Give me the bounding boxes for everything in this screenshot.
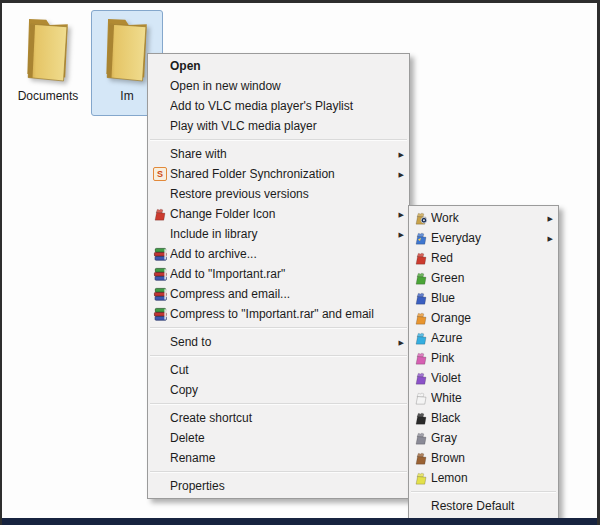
folder-icon (414, 331, 429, 346)
menu-item-label: Pink (431, 351, 553, 365)
folder-item-documents[interactable]: Documents (10, 13, 86, 103)
no-icon (150, 382, 170, 398)
submenu-arrow-icon: ▶ (394, 171, 404, 178)
menu-separator (411, 491, 556, 493)
menu-item-label: Brown (431, 451, 553, 465)
submenu-item-red[interactable]: Red (409, 248, 558, 268)
no-icon (150, 146, 170, 162)
submenu-item-lemon[interactable]: Lemon (409, 468, 558, 488)
winrar-archive-icon (153, 267, 168, 282)
submenu-item-green[interactable]: Green (409, 268, 558, 288)
change-folder-icon-submenu: Work▶Everyday▶RedGreenBlueOrangeAzurePin… (408, 205, 559, 519)
context-menu-item-copy[interactable]: Copy (148, 380, 409, 400)
menu-item-label: Violet (431, 371, 553, 385)
menu-item-label: White (431, 391, 553, 405)
submenu-item-pink[interactable]: Pink (409, 348, 558, 368)
menu-item-label: Compress to "Important.rar" and email (170, 307, 404, 321)
menu-item-label: Share with (170, 147, 394, 161)
menu-item-label: Black (431, 411, 553, 425)
menu-item-label: Everyday (431, 231, 543, 245)
submenu-item-everyday[interactable]: Everyday▶ (409, 228, 558, 248)
explorer-window: Documents Im OpenOpen in new windowAdd t… (0, 0, 600, 525)
context-menu-item-open[interactable]: Open (148, 56, 409, 76)
no-icon (150, 450, 170, 466)
no-icon (150, 58, 170, 74)
no-icon (150, 410, 170, 426)
context-menu-item-restore-previous-versions[interactable]: Restore previous versions (148, 184, 409, 204)
context-menu-item-add-to-vlc-media-player-s-playlist[interactable]: Add to VLC media player's Playlist (148, 96, 409, 116)
folder-label: Documents (10, 89, 86, 103)
sync-icon: S (153, 167, 167, 181)
submenu-item-violet[interactable]: Violet (409, 368, 558, 388)
folder-icon (414, 371, 429, 386)
context-menu-item-change-folder-icon[interactable]: Change Folder Icon▶ (148, 204, 409, 224)
submenu-arrow-icon: ▶ (394, 231, 404, 238)
context-menu: OpenOpen in new windowAdd to VLC media p… (147, 53, 410, 499)
menu-item-label: Restore Default (431, 499, 553, 513)
menu-separator (150, 403, 407, 405)
menu-item-label: Create shortcut (170, 411, 404, 425)
menu-item-label: Green (431, 271, 553, 285)
menu-separator (150, 355, 407, 357)
folder-icon (414, 411, 429, 426)
submenu-item-orange[interactable]: Orange (409, 308, 558, 328)
context-menu-item-create-shortcut[interactable]: Create shortcut (148, 408, 409, 428)
context-menu-item-delete[interactable]: Delete (148, 428, 409, 448)
menu-item-label: Add to archive... (170, 247, 404, 261)
context-menu-item-shared-folder-synchronization[interactable]: SShared Folder Synchronization▶ (148, 164, 409, 184)
submenu-item-white[interactable]: White (409, 388, 558, 408)
context-menu-item-add-to-archive[interactable]: Add to archive... (148, 244, 409, 264)
submenu-item-black[interactable]: Black (409, 408, 558, 428)
context-menu-item-rename[interactable]: Rename (148, 448, 409, 468)
folder-icon (414, 311, 429, 326)
menu-separator (150, 327, 407, 329)
folder-icon (153, 207, 168, 222)
context-menu-item-include-in-library[interactable]: Include in library▶ (148, 224, 409, 244)
context-menu-item-cut[interactable]: Cut (148, 360, 409, 380)
menu-item-label: Azure (431, 331, 553, 345)
context-menu-item-compress-to-important-rar-and-email[interactable]: Compress to "Important.rar" and email (148, 304, 409, 324)
menu-separator (150, 139, 407, 141)
context-menu-item-play-with-vlc-media-player[interactable]: Play with VLC media player (148, 116, 409, 136)
submenu-item-blue[interactable]: Blue (409, 288, 558, 308)
no-icon (150, 430, 170, 446)
folder-icon (414, 391, 429, 406)
folder-icon (414, 351, 429, 366)
no-icon (150, 78, 170, 94)
menu-item-label: Cut (170, 363, 404, 377)
menu-item-label: Add to "Important.rar" (170, 267, 404, 281)
menu-item-label: Gray (431, 431, 553, 445)
menu-item-label: Change Folder Icon (170, 207, 394, 221)
submenu-item-restore-default[interactable]: Restore Default (409, 496, 558, 516)
folder-work-icon (414, 211, 429, 226)
menu-item-label: Lemon (431, 471, 553, 485)
folder-everyday-icon (414, 231, 429, 246)
context-menu-item-properties[interactable]: Properties (148, 476, 409, 496)
submenu-item-azure[interactable]: Azure (409, 328, 558, 348)
folder-icon (17, 13, 79, 87)
context-menu-item-compress-and-email[interactable]: Compress and email... (148, 284, 409, 304)
menu-separator (150, 471, 407, 473)
no-icon (150, 478, 170, 494)
submenu-arrow-icon: ▶ (394, 151, 404, 158)
menu-item-label: Copy (170, 383, 404, 397)
context-menu-item-share-with[interactable]: Share with▶ (148, 144, 409, 164)
submenu-arrow-icon: ▶ (543, 215, 553, 222)
folder-icon (414, 451, 429, 466)
menu-item-label: Red (431, 251, 553, 265)
submenu-item-work[interactable]: Work▶ (409, 208, 558, 228)
menu-item-label: Restore previous versions (170, 187, 404, 201)
submenu-arrow-icon: ▶ (394, 339, 404, 346)
submenu-item-gray[interactable]: Gray (409, 428, 558, 448)
submenu-item-brown[interactable]: Brown (409, 448, 558, 468)
context-menu-item-open-in-new-window[interactable]: Open in new window (148, 76, 409, 96)
menu-item-label: Include in library (170, 227, 394, 241)
context-menu-item-send-to[interactable]: Send to▶ (148, 332, 409, 352)
context-menu-item-add-to-important-rar[interactable]: Add to "Important.rar" (148, 264, 409, 284)
no-icon (150, 118, 170, 134)
winrar-archive-icon (153, 307, 168, 322)
menu-item-label: Add to VLC media player's Playlist (170, 99, 404, 113)
folder-icon (414, 291, 429, 306)
screenshot-bottom-border (2, 518, 597, 525)
menu-item-label: Play with VLC media player (170, 119, 404, 133)
